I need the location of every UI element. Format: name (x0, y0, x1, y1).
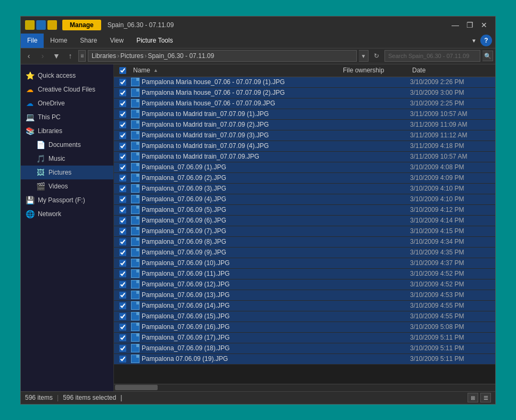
menu-file[interactable]: File (21, 34, 44, 48)
row-checkbox-11[interactable] (114, 196, 131, 203)
sidebar-item-music[interactable]: 🎵 Music (21, 152, 113, 166)
row-checkbox-10[interactable] (114, 185, 131, 192)
column-date[interactable]: Date (410, 67, 495, 74)
sidebar-item-network[interactable]: 🌐 Network (21, 207, 113, 221)
up-button[interactable]: ↑ (64, 50, 76, 62)
row-date-22: 3/10/2009 4:55 PM (410, 312, 495, 320)
table-row[interactable]: Pampalona_07.06.09 (12).JPG 3/10/2009 4:… (114, 279, 495, 290)
horiz-scroll-thumb[interactable] (115, 385, 158, 390)
breadcrumb-current[interactable]: Spain_06.30 - 07.11.09 (148, 52, 214, 60)
column-ownership[interactable]: File ownership (341, 67, 410, 74)
table-row[interactable]: Pampalona Maria house_07.06 - 07.07.09.J… (114, 98, 495, 109)
refresh-button[interactable]: ↻ (371, 50, 382, 62)
row-checkbox-12[interactable] (114, 207, 131, 213)
sidebar-item-documents[interactable]: 📄 Documents (21, 138, 113, 152)
menu-share[interactable]: Share (73, 34, 103, 48)
maximize-button[interactable]: ❐ (463, 20, 477, 30)
close-button[interactable]: ✕ (477, 20, 491, 30)
details-view-button[interactable]: ⊞ (468, 393, 478, 402)
recent-locations-button[interactable]: ▼ (51, 50, 62, 62)
row-checkbox-20[interactable] (114, 292, 131, 299)
file-list-body[interactable]: Pampalona Maria house_07.06 - 07.07.09 (… (114, 77, 495, 384)
sidebar-item-videos[interactable]: 🎬 Videos (21, 179, 113, 193)
row-checkbox-0[interactable] (114, 79, 131, 86)
row-checkbox-26[interactable] (114, 356, 131, 363)
row-checkbox-7[interactable] (114, 153, 131, 160)
sidebar-item-creative-cloud[interactable]: ☁ Creative Cloud Files (21, 83, 113, 96)
forward-button[interactable]: › (37, 50, 48, 62)
row-checkbox-23[interactable] (114, 324, 131, 331)
breadcrumb-pictures[interactable]: Pictures (120, 52, 143, 60)
row-checkbox-8[interactable] (114, 164, 131, 171)
list-view-button[interactable]: ☰ (480, 393, 491, 402)
sidebar-item-libraries[interactable]: 📚 Libraries (21, 124, 113, 138)
table-row[interactable]: Pampalona_07.06.09 (10).JPG 3/10/2009 4:… (114, 258, 495, 269)
minimize-button[interactable]: — (448, 20, 462, 30)
breadcrumb-libraries[interactable]: Libraries (92, 52, 116, 60)
table-row[interactable]: Pampalona_07.06.09 (17).JPG 3/10/2009 5:… (114, 333, 495, 343)
menu-home[interactable]: Home (44, 34, 73, 48)
horizontal-scrollbar[interactable] (114, 384, 495, 391)
row-checkbox-18[interactable] (114, 270, 131, 277)
table-row[interactable]: Pampalona to Madrid train_07.07.09 (1).J… (114, 109, 495, 120)
edit-icon (36, 20, 46, 30)
row-checkbox-19[interactable] (114, 281, 131, 288)
row-checkbox-17[interactable] (114, 260, 131, 267)
table-row[interactable]: Pampalona_07.06.09 (11).JPG 3/10/2009 4:… (114, 269, 495, 279)
row-checkbox-4[interactable] (114, 121, 131, 128)
table-row[interactable]: Pampalona_07.06.09 (8).JPG 3/10/2009 4:3… (114, 237, 495, 248)
file-name-4: Pampalona to Madrid train_07.07.09 (2).J… (142, 121, 269, 128)
help-button[interactable]: ? (480, 35, 492, 46)
sidebar-item-my-passport[interactable]: 💾 My Passport (F:) (21, 193, 113, 207)
row-checkbox-16[interactable] (114, 249, 131, 256)
table-row[interactable]: Pampalona_07.06.09 (7).JPG 3/10/2009 4:1… (114, 226, 495, 237)
row-checkbox-6[interactable] (114, 143, 131, 150)
table-row[interactable]: Pampalona 07.06.09 (19).JPG 3/10/2009 5:… (114, 354, 495, 365)
row-checkbox-2[interactable] (114, 100, 131, 107)
table-row[interactable]: Pampalona_07.06.09 (16).JPG 3/10/2009 5:… (114, 322, 495, 333)
table-row[interactable]: Pampalona to Madrid train_07.07.09 (4).J… (114, 141, 495, 152)
table-row[interactable]: Pampalona to Madrid train_07.07.09 (2).J… (114, 120, 495, 130)
menu-picture-tools[interactable]: Picture Tools (130, 34, 179, 48)
menu-view[interactable]: View (103, 34, 130, 48)
table-row[interactable]: Pampalona_07.06.09 (1).JPG 3/10/2009 4:0… (114, 162, 495, 173)
row-checkbox-9[interactable] (114, 175, 131, 182)
back-button[interactable]: ‹ (23, 50, 35, 62)
column-name[interactable]: Name ▲ (131, 67, 341, 74)
address-path[interactable]: Libraries › Pictures › Spain_06.30 - 07.… (88, 50, 357, 62)
row-checkbox-15[interactable] (114, 238, 131, 245)
sidebar-item-pictures[interactable]: 🖼 Pictures (21, 166, 113, 179)
table-row[interactable]: Pampalona_07.06.09 (2).JPG 3/10/2009 4:0… (114, 173, 495, 184)
row-checkbox-13[interactable] (114, 217, 131, 224)
row-checkbox-5[interactable] (114, 132, 131, 139)
row-checkbox-25[interactable] (114, 345, 131, 352)
row-checkbox-22[interactable] (114, 313, 131, 320)
table-row[interactable]: Pampalona_07.06.09 (6).JPG 3/10/2009 4:1… (114, 216, 495, 226)
table-row[interactable]: Pampalona_07.06.09 (13).JPG 3/10/2009 4:… (114, 290, 495, 301)
table-row[interactable]: Pampalona_07.06.09 (15).JPG 3/10/2009 4:… (114, 311, 495, 322)
sidebar-item-this-pc[interactable]: 💻 This PC (21, 110, 113, 124)
table-row[interactable]: Pampalona Maria house_07.06 - 07.07.09 (… (114, 77, 495, 88)
row-checkbox-3[interactable] (114, 111, 131, 118)
table-row[interactable]: Pampalona_07.06.09 (9).JPG 3/10/2009 4:3… (114, 248, 495, 258)
row-checkbox-24[interactable] (114, 334, 131, 341)
sidebar-item-quick-access[interactable]: ⭐ Quick access (21, 69, 113, 83)
search-button[interactable]: 🔍 (482, 51, 493, 61)
table-row[interactable]: Pampalona_07.06.09 (5).JPG 3/10/2009 4:1… (114, 205, 495, 216)
table-row[interactable]: Pampalona_07.06.09 (4).JPG 3/10/2009 4:1… (114, 194, 495, 205)
row-checkbox-14[interactable] (114, 228, 131, 235)
table-row[interactable]: Pampalona to Madrid train_07.07.09 (3).J… (114, 130, 495, 141)
row-name-8: Pampalona_07.06.09 (1).JPG (131, 163, 341, 171)
row-checkbox-21[interactable] (114, 302, 131, 309)
table-row[interactable]: Pampalona_07.06.09 (14).JPG 3/10/2009 4:… (114, 301, 495, 311)
expand-icon[interactable]: ▼ (470, 36, 478, 45)
table-row[interactable]: Pampalona Maria house_07.06 - 07.07.09 (… (114, 88, 495, 98)
table-row[interactable]: Pampalona_07.06.09 (3).JPG 3/10/2009 4:1… (114, 184, 495, 194)
table-row[interactable]: Pampalona_07.06.09 (18).JPG 3/10/2009 5:… (114, 343, 495, 354)
select-all-checkbox[interactable] (119, 67, 126, 74)
sidebar-item-onedrive[interactable]: ☁ OneDrive (21, 96, 113, 110)
row-checkbox-1[interactable] (114, 89, 131, 96)
table-row[interactable]: Pampalona to Madrid train_07.07.09.JPG 3… (114, 152, 495, 162)
address-dropdown[interactable]: ▼ (359, 50, 368, 62)
manage-tab[interactable]: Manage (62, 20, 101, 30)
